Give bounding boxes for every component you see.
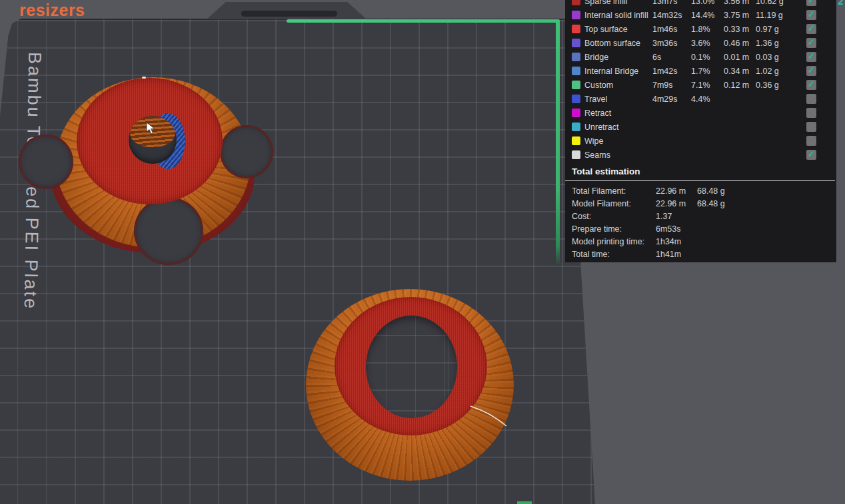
print-statistics-panel: Sparse infill 13m7s 13.0% 3.56 m 10.62 g… <box>565 0 836 262</box>
layer-slider-value[interactable]: 2 <box>838 0 843 7</box>
feature-weight: 1.02 g <box>756 67 806 76</box>
feature-visibility-checkbox[interactable]: ✓ <box>806 24 816 34</box>
estimation-value-weight: 68.48 g <box>697 186 830 196</box>
estimation-label: Total time: <box>572 250 656 259</box>
feature-visibility-checkbox[interactable] <box>806 122 816 132</box>
feature-length: 3.75 m <box>724 11 756 20</box>
seams-color-swatch <box>572 150 580 159</box>
knob-grip-notch-bottom <box>134 197 203 265</box>
feature-time: 6s <box>652 53 691 62</box>
purge-line-bottom-fragment <box>517 501 532 504</box>
custom-color-swatch <box>572 81 580 89</box>
ring-seam-line <box>466 401 510 430</box>
feature-percent: 14.4% <box>691 11 724 20</box>
feature-percent: 1.7% <box>691 67 724 76</box>
feature-time: 4m29s <box>652 95 691 104</box>
feature-row-top-surface[interactable]: Top surface 1m46s 1.8% 0.33 m 0.97 g ✓ <box>565 22 836 36</box>
feature-percent: 3.6% <box>691 39 724 48</box>
feature-length: 0.01 m <box>724 53 756 62</box>
plate-handle-slot <box>241 11 337 17</box>
feature-percent: 13.0% <box>691 0 724 6</box>
estimation-row-model-filament: Model Filament: 22.96 m 68.48 g <box>572 197 830 210</box>
feature-visibility-checkbox[interactable]: ✓ <box>806 80 816 90</box>
feature-visibility-checkbox[interactable] <box>806 94 816 104</box>
feature-visibility-checkbox[interactable]: ✓ <box>806 52 816 62</box>
feature-row-custom[interactable]: Custom 7m9s 7.1% 0.12 m 0.36 g ✓ <box>565 78 836 92</box>
feature-percent: 0.1% <box>691 53 724 62</box>
feature-time: 7m9s <box>652 81 691 90</box>
top-surface-color-swatch <box>572 25 580 33</box>
feature-weight: 10.62 g <box>756 0 806 6</box>
feature-row-wipe[interactable]: Wipe <box>565 134 836 148</box>
feature-percent: 7.1% <box>691 81 724 90</box>
feature-visibility-checkbox[interactable]: ✓ <box>806 38 816 48</box>
feature-visibility-checkbox[interactable] <box>806 136 816 146</box>
feature-weight: 0.36 g <box>756 81 806 90</box>
feature-row-retract[interactable]: Retract <box>565 106 836 120</box>
purge-line-horizontal <box>287 19 560 23</box>
estimation-label: Total Filament: <box>572 186 656 196</box>
estimation-row-prepare-time: Prepare time: 6m53s <box>572 222 830 235</box>
feature-row-seams[interactable]: Seams ✓ <box>565 148 836 162</box>
feature-visibility-checkbox[interactable] <box>806 108 816 118</box>
estimation-value-length: 22.96 m <box>656 199 697 208</box>
feature-time: 13m7s <box>652 0 691 6</box>
sparse-infill-color-swatch <box>572 0 580 5</box>
feature-weight: 11.19 g <box>756 11 806 20</box>
feature-label: Wipe <box>580 136 652 146</box>
estimation-label: Prepare time: <box>572 224 656 234</box>
estimation-value: 1h34m <box>656 237 697 246</box>
internal-solid-infill-color-swatch <box>572 11 580 19</box>
estimation-value-length: 22.96 m <box>656 186 697 196</box>
knob-grip-notch-right <box>220 125 273 178</box>
estimation-row-total-filament: Total Filament: 22.96 m 68.48 g <box>572 184 830 197</box>
wipe-color-swatch <box>572 136 580 145</box>
feature-label: Retract <box>580 109 652 118</box>
feature-time: 14m32s <box>652 11 691 20</box>
mouse-cursor <box>146 122 155 135</box>
feature-time: 1m42s <box>652 67 691 76</box>
feature-label: Travel <box>580 95 652 104</box>
feature-row-internal-solid-infill[interactable]: Internal solid infill 14m32s 14.4% 3.75 … <box>565 8 836 22</box>
feature-visibility-checkbox[interactable]: ✓ <box>806 10 816 20</box>
feature-label: Bottom surface <box>580 39 652 48</box>
estimation-row-model-printing-time: Model printing time: 1h34m <box>572 235 830 248</box>
feature-visibility-checkbox[interactable]: ✓ <box>806 150 816 160</box>
ring-center-hole <box>366 316 457 418</box>
feature-time: 3m36s <box>652 39 691 48</box>
feature-row-sparse-infill[interactable]: Sparse infill 13m7s 13.0% 3.56 m 10.62 g… <box>565 0 836 8</box>
feature-label: Unretract <box>580 123 652 132</box>
estimation-value: 1.37 <box>656 212 697 221</box>
feature-length: 0.34 m <box>724 67 756 76</box>
feature-length: 0.33 m <box>724 25 756 34</box>
estimation-value: 6m53s <box>656 224 697 234</box>
feature-time: 1m46s <box>652 25 691 34</box>
internal-bridge-color-swatch <box>572 67 580 75</box>
total-estimation-title: Total estimation <box>572 166 640 176</box>
feature-row-unretract[interactable]: Unretract <box>565 120 836 134</box>
feature-weight: 1.36 g <box>756 39 806 48</box>
estimation-value-weight: 68.48 g <box>697 199 830 208</box>
estimation-row-cost: Cost: 1.37 <box>572 210 830 222</box>
feature-label: Top surface <box>580 25 652 34</box>
feature-length: 3.56 m <box>724 0 756 6</box>
estimation-row-total-time: Total time: 1h41m <box>572 248 830 260</box>
retract-color-swatch <box>572 109 580 117</box>
bottom-surface-color-swatch <box>572 39 580 47</box>
plate-logo-resizers: resizers <box>19 1 85 20</box>
feature-visibility-checkbox[interactable]: ✓ <box>806 0 816 6</box>
feature-row-bridge[interactable]: Bridge 6s 0.1% 0.01 m 0.03 g ✓ <box>565 50 836 64</box>
feature-row-internal-bridge[interactable]: Internal Bridge 1m42s 1.7% 0.34 m 1.02 g… <box>565 64 836 78</box>
feature-row-travel[interactable]: Travel 4m29s 4.4% <box>565 92 836 106</box>
estimation-label: Cost: <box>572 212 656 221</box>
feature-label: Custom <box>580 81 652 90</box>
estimation-value: 1h41m <box>656 250 697 259</box>
feature-legend-table: Sparse infill 13m7s 13.0% 3.56 m 10.62 g… <box>565 0 836 162</box>
feature-visibility-checkbox[interactable]: ✓ <box>806 66 816 76</box>
estimation-label: Model Filament: <box>572 199 656 208</box>
estimation-table: Total Filament: 22.96 m 68.48 g Model Fi… <box>572 184 830 260</box>
feature-label: Bridge <box>580 53 652 62</box>
feature-weight: 0.97 g <box>756 25 806 34</box>
feature-label: Seams <box>580 150 652 160</box>
feature-row-bottom-surface[interactable]: Bottom surface 3m36s 3.6% 0.46 m 1.36 g … <box>565 36 836 50</box>
